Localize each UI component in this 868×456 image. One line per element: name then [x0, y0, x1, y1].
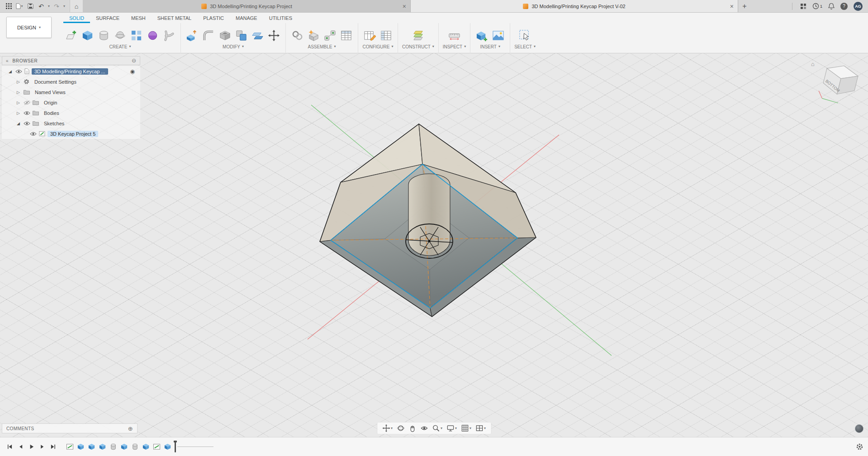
pan-button[interactable]: ▾	[382, 424, 393, 432]
timeline-track[interactable]	[177, 446, 213, 447]
timeline-feature-fillet[interactable]	[109, 442, 118, 451]
move-button[interactable]	[266, 28, 281, 43]
keycap-model[interactable]	[320, 124, 536, 317]
pan-hand-button[interactable]	[408, 424, 416, 432]
zoom-button[interactable]: ▾	[432, 424, 442, 432]
save-button[interactable]	[26, 2, 34, 11]
expand-arrow-icon[interactable]: ▷	[15, 100, 21, 105]
workspace-selector[interactable]: DESIGN ▾	[6, 17, 52, 38]
tree-item-sketches[interactable]: ◢ Sketches	[2, 118, 140, 128]
tree-item-root[interactable]: ◢ 3D Modelling/Printing Keycap ... ◉	[2, 66, 140, 76]
timeline-feature-extrude[interactable]	[98, 442, 107, 451]
press-pull-button[interactable]	[185, 28, 200, 43]
construction-plane-button[interactable]	[411, 28, 426, 43]
redo-button[interactable]: ↷	[52, 2, 61, 11]
tree-item-label[interactable]: Named Views	[32, 89, 68, 95]
timeline-feature-sketch[interactable]	[65, 442, 74, 451]
undo-menu-icon[interactable]: ▾	[48, 5, 50, 8]
expand-arrow-icon[interactable]: ▷	[15, 90, 21, 95]
document-tab-active[interactable]: 3D Modelling/Printing Keycap Project V-0…	[411, 0, 738, 12]
new-tab-button[interactable]: +	[738, 0, 751, 12]
visibility-eye-icon[interactable]	[24, 121, 30, 126]
orbit-button[interactable]	[397, 424, 404, 432]
home-tab-button[interactable]: ⌂	[70, 0, 83, 12]
collapse-panel-icon[interactable]: «	[6, 58, 9, 63]
ribbon-tab-plastic[interactable]: PLASTIC	[197, 13, 230, 23]
viewcube[interactable]: ⌂ BOTTOM	[817, 61, 863, 106]
configuration-table-button[interactable]	[379, 28, 394, 43]
timeline-feature-extrude[interactable]	[119, 442, 128, 451]
expand-arrow-icon[interactable]: ▷	[15, 111, 21, 115]
configure-button[interactable]	[362, 28, 377, 43]
insert-derive-button[interactable]	[474, 28, 489, 43]
activate-component-radio[interactable]: ◉	[130, 68, 135, 75]
ribbon-tab-sheet-metal[interactable]: SHEET METAL	[152, 13, 197, 23]
timeline-playhead[interactable]	[175, 441, 176, 452]
go-to-start-button[interactable]	[5, 442, 14, 452]
revolve-button[interactable]	[96, 28, 111, 43]
ribb-tab-solid[interactable]: SOLID	[63, 13, 90, 23]
tree-item-label[interactable]: Document Settings	[32, 79, 79, 85]
modify-menu-button[interactable]: MODIFY▾	[185, 44, 281, 49]
tree-item-label[interactable]: Sketches	[41, 120, 67, 127]
visibility-eye-icon[interactable]	[30, 132, 37, 136]
step-back-button[interactable]	[15, 442, 25, 452]
select-tool-button[interactable]	[517, 28, 532, 43]
tree-item-named-views[interactable]: ▷ Named Views	[2, 87, 140, 97]
configure-menu-button[interactable]: CONFIGURE▾	[362, 44, 394, 49]
file-menu-button[interactable]: ▾	[15, 2, 24, 11]
extensions-icon[interactable]	[800, 3, 806, 10]
tree-item-label[interactable]: 3D Modelling/Printing Keycap ...	[32, 68, 108, 75]
expand-arrow-icon[interactable]: ◢	[15, 121, 21, 126]
timeline-feature-extrude[interactable]	[87, 442, 96, 451]
viewcube-home-icon[interactable]: ⌂	[811, 61, 815, 67]
add-comment-icon[interactable]: ⊕	[128, 425, 133, 432]
visibility-eye-icon[interactable]	[24, 111, 30, 115]
ribbon-tab-mesh[interactable]: MESH	[125, 13, 152, 23]
visibility-off-eye-icon[interactable]	[24, 100, 30, 105]
grid-settings-button[interactable]: ▾	[461, 424, 471, 432]
tree-item-document-settings[interactable]: ▷ Document Settings	[2, 76, 140, 87]
tree-item-label[interactable]: 3D Keycap Project 5	[47, 131, 98, 137]
close-tab-icon[interactable]: ×	[730, 3, 734, 10]
bom-table-button[interactable]	[339, 28, 354, 43]
assemble-menu-button[interactable]: ASSEMBLE▾	[290, 44, 354, 49]
tree-item-label[interactable]: Bodies	[41, 110, 62, 116]
split-button[interactable]	[250, 28, 265, 43]
model-canvas[interactable]: ⌂ BOTTOM « BROWSER ⊖ ◢	[0, 53, 868, 437]
status-badge[interactable]	[855, 424, 863, 433]
shell-button[interactable]	[218, 28, 232, 43]
tree-item-bodies[interactable]: ▷ Bodies	[2, 108, 140, 118]
app-grid-icon[interactable]	[5, 2, 13, 11]
expand-arrow-icon[interactable]: ◢	[7, 69, 13, 74]
play-button[interactable]	[26, 442, 36, 452]
construct-menu-button[interactable]: CONSTRUCT▾	[402, 44, 434, 49]
create-sketch-button[interactable]	[64, 28, 79, 43]
comments-bar[interactable]: COMMENTS ⊕	[2, 423, 138, 433]
visibility-eye-icon[interactable]	[15, 69, 22, 74]
display-settings-button[interactable]: ▾	[446, 424, 457, 432]
new-component-button[interactable]	[306, 28, 321, 43]
job-status-icon[interactable]: 1	[812, 3, 822, 10]
inspect-menu-button[interactable]: INSPECT▾	[443, 44, 466, 49]
select-menu-button[interactable]: SELECT▾	[514, 44, 536, 49]
timeline-settings-gear-icon[interactable]	[856, 443, 863, 451]
expand-arrow-icon[interactable]: ▷	[15, 80, 21, 84]
timeline-feature-fillet[interactable]	[130, 442, 139, 451]
timeline-feature-extrude[interactable]	[76, 442, 85, 451]
tree-item-origin[interactable]: ▷ Origin	[2, 97, 140, 108]
insert-menu-button[interactable]: INSERT▾	[474, 44, 506, 49]
tree-item-label[interactable]: Origin	[41, 100, 60, 106]
ribbon-tab-surface[interactable]: SURFACE	[90, 13, 125, 23]
viewports-button[interactable]: ▾	[475, 424, 486, 432]
extrude-button[interactable]	[80, 28, 95, 43]
link-design-button[interactable]	[290, 28, 305, 43]
timeline-feature-extrude[interactable]	[163, 442, 172, 451]
user-avatar[interactable]: AG	[854, 2, 863, 11]
ribbon-tab-utilities[interactable]: UTILITIES	[263, 13, 298, 23]
look-at-button[interactable]	[420, 424, 428, 432]
create-form-button[interactable]	[145, 28, 160, 43]
joint-button[interactable]	[323, 28, 337, 43]
timeline-feature-extrude[interactable]	[141, 442, 150, 451]
combine-button[interactable]	[234, 28, 249, 43]
